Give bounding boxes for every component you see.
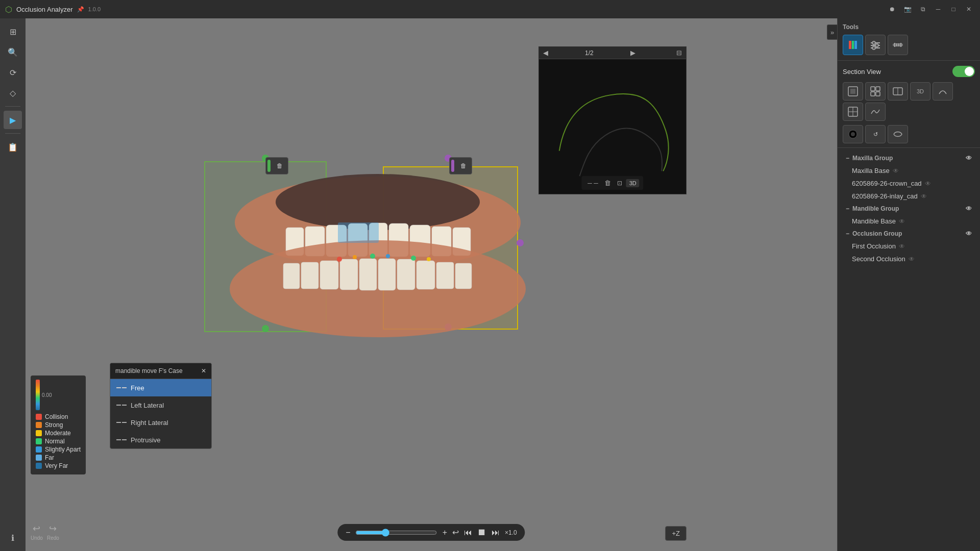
svg-rect-17 bbox=[378, 259, 396, 290]
tree-item-first-occlusion[interactable]: First Occlusion 👁 bbox=[842, 240, 976, 253]
occlusion-group-collapse: − bbox=[846, 230, 849, 237]
undo-button[interactable]: ↩ Undo bbox=[31, 523, 43, 541]
sidebar-item-grid[interactable]: ⊞ bbox=[4, 22, 22, 41]
view-btn-front[interactable] bbox=[843, 82, 863, 101]
dropdown-close-btn[interactable]: ✕ bbox=[201, 367, 206, 374]
sidebar-item-info[interactable]: ℹ bbox=[4, 529, 22, 547]
svg-point-36 bbox=[872, 41, 875, 44]
screenshot-btn[interactable]: 📷 bbox=[901, 3, 914, 15]
dropdown-item-right-lateral[interactable]: Right Lateral bbox=[110, 414, 211, 431]
playback-minus[interactable]: − bbox=[346, 528, 350, 537]
motion-dropdown: mandible move F's Case ✕ Free Left Later… bbox=[110, 363, 212, 449]
legend-strong: Strong bbox=[36, 421, 81, 429]
color-reset-row: ↺ bbox=[838, 125, 980, 148]
svg-point-23 bbox=[353, 255, 357, 259]
tree-item-second-occlusion[interactable]: Second Occlusion 👁 bbox=[842, 253, 976, 265]
tree-group-mandible[interactable]: − Mandible Group 👁 bbox=[842, 203, 976, 215]
playback-skip-fwd[interactable]: ⏭ bbox=[492, 528, 500, 537]
tool-measure[interactable] bbox=[888, 35, 908, 55]
tree-group-maxilla[interactable]: − Maxilla Group 👁 bbox=[842, 152, 976, 164]
occlusion-group-eye[interactable]: 👁 bbox=[966, 230, 972, 237]
svg-point-27 bbox=[427, 257, 431, 261]
extra-view-btn-1[interactable] bbox=[888, 125, 908, 143]
right-lateral-icon bbox=[116, 418, 127, 427]
mandible-group-eye[interactable]: 👁 bbox=[966, 205, 972, 212]
view-btn-arch[interactable] bbox=[933, 82, 953, 101]
minimize-btn[interactable]: ─ bbox=[932, 3, 944, 15]
close-btn[interactable]: ✕ bbox=[963, 3, 975, 15]
playback-plus[interactable]: + bbox=[443, 528, 447, 537]
color-picker-btn[interactable] bbox=[843, 125, 863, 143]
section-view-toggle[interactable] bbox=[952, 66, 975, 77]
view-btn-curve[interactable] bbox=[865, 103, 886, 121]
view-btn-grid[interactable] bbox=[865, 82, 886, 101]
tree-item-crown-cad[interactable]: 6205869-26-crown_cad 👁 bbox=[842, 177, 976, 190]
thumbnail-nav-next[interactable]: ▶ bbox=[630, 49, 635, 57]
tools-grid bbox=[843, 35, 975, 55]
second-occlusion-eye[interactable]: 👁 bbox=[909, 256, 915, 263]
pip-btn[interactable]: ⧉ bbox=[917, 3, 929, 15]
legend-moderate: Moderate bbox=[36, 430, 81, 437]
tree-item-mandible-base[interactable]: Mandible Base 👁 bbox=[842, 215, 976, 228]
playback-stop[interactable]: ⏹ bbox=[477, 527, 486, 538]
tree-item-inlay-cad[interactable]: 6205869-26-inlay_cad 👁 bbox=[842, 190, 976, 203]
playback-bar: − + ↩ ⏮ ⏹ ⏭ ×1.0 bbox=[337, 524, 525, 541]
purple-selection-toolbar: 🗑 bbox=[449, 157, 472, 174]
right-panel-toggle[interactable]: » bbox=[827, 24, 837, 40]
view-btn-section[interactable] bbox=[843, 103, 863, 121]
first-occlusion-label: First Occlusion bbox=[852, 242, 896, 250]
sidebar-item-shape[interactable]: ◇ bbox=[4, 84, 22, 102]
sidebar-item-note[interactable]: 📋 bbox=[4, 138, 22, 156]
tree-list: − Maxilla Group 👁 Maxilla Base 👁 6205869… bbox=[838, 148, 980, 551]
view-btn-3d[interactable]: 3D bbox=[910, 82, 930, 101]
maximize-btn[interactable]: □ bbox=[947, 3, 960, 15]
tool-color-map[interactable] bbox=[843, 35, 863, 55]
plus-z-button[interactable]: +Z bbox=[665, 526, 687, 541]
maxilla-group-eye[interactable]: 👁 bbox=[966, 155, 972, 162]
thumbnail-collapse[interactable]: ⊟ bbox=[676, 49, 682, 57]
svg-rect-45 bbox=[850, 89, 855, 94]
thumbnail-nav-prev[interactable]: ◀ bbox=[543, 49, 548, 57]
tool-adjust[interactable] bbox=[865, 35, 886, 55]
mandible-base-eye[interactable]: 👁 bbox=[899, 218, 905, 225]
reset-view-btn[interactable]: ↺ bbox=[865, 125, 886, 143]
view-btn-side[interactable] bbox=[888, 82, 908, 101]
purple-delete-btn[interactable]: 🗑 bbox=[457, 159, 470, 172]
sidebar-item-search[interactable]: 🔍 bbox=[4, 43, 22, 61]
crown-cad-eye[interactable]: 👁 bbox=[925, 180, 931, 187]
playback-slider[interactable] bbox=[356, 529, 437, 537]
app-icon: ⬡ bbox=[5, 5, 12, 14]
svg-point-56 bbox=[851, 132, 855, 136]
svg-point-26 bbox=[411, 256, 416, 261]
sidebar-item-transform[interactable]: ⟳ bbox=[4, 63, 22, 82]
dropdown-item-protrusive[interactable]: Protrusive bbox=[110, 431, 211, 448]
sidebar-item-play[interactable]: ▶ bbox=[4, 111, 22, 129]
green-dot-indicator bbox=[267, 160, 271, 172]
tree-item-maxilla-base[interactable]: Maxilla Base 👁 bbox=[842, 164, 976, 177]
dental-view: ◀ 1/2 ▶ ⊟ ─ ─ 🗑 ⊡ 3D bbox=[26, 18, 837, 551]
dropdown-item-left-lateral[interactable]: Left Lateral bbox=[110, 396, 211, 414]
legend-normal: Normal bbox=[36, 438, 81, 445]
svg-rect-12 bbox=[283, 263, 300, 289]
skull-tool-frame[interactable]: ⊡ bbox=[615, 179, 624, 188]
playback-skip-back[interactable]: ⏮ bbox=[464, 528, 472, 537]
svg-rect-46 bbox=[871, 87, 875, 91]
svg-rect-48 bbox=[871, 92, 875, 96]
skull-tool-1[interactable]: ─ ─ bbox=[585, 179, 600, 188]
toggle-thumb bbox=[965, 67, 974, 76]
skull-tool-3d[interactable]: 3D bbox=[626, 179, 640, 187]
tree-group-occlusion[interactable]: − Occlusion Group 👁 bbox=[842, 228, 976, 240]
record-btn[interactable]: ⏺ bbox=[886, 3, 898, 15]
undo-redo-bar: ↩ Undo ↪ Redo bbox=[31, 523, 59, 541]
green-delete-btn[interactable]: 🗑 bbox=[273, 159, 286, 172]
maxilla-base-eye[interactable]: 👁 bbox=[893, 167, 899, 174]
inlay-cad-label: 6205869-26-inlay_cad bbox=[852, 192, 918, 200]
skull-tool-delete[interactable]: 🗑 bbox=[602, 178, 613, 188]
first-occlusion-eye[interactable]: 👁 bbox=[899, 243, 905, 250]
titlebar: ⬡ Occlusion Analyzer 📌 1.0.0 ⏺ 📷 ⧉ ─ □ ✕ bbox=[0, 0, 980, 18]
dropdown-item-free[interactable]: Free bbox=[110, 379, 211, 396]
svg-rect-32 bbox=[854, 41, 857, 49]
inlay-cad-eye[interactable]: 👁 bbox=[921, 193, 927, 200]
redo-button[interactable]: ↪ Redo bbox=[47, 523, 59, 541]
playback-reset[interactable]: ↩ bbox=[452, 528, 459, 537]
